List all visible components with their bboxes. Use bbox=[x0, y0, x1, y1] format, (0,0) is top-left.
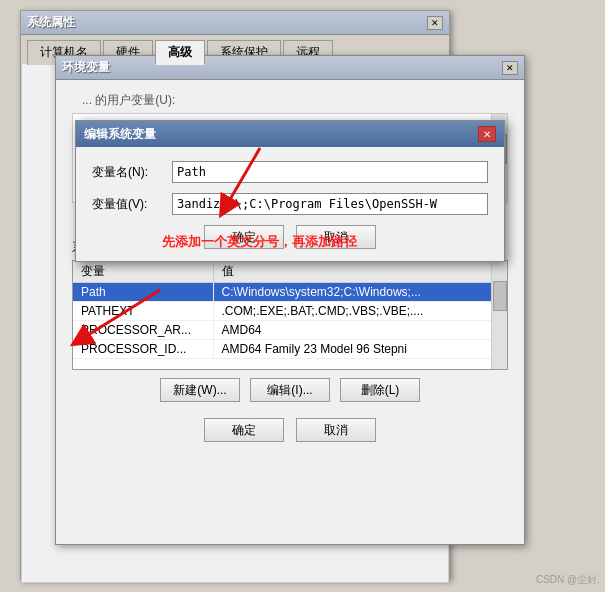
env-titlebar: 环境变量 ✕ bbox=[56, 56, 524, 80]
main-title: 系统属性 bbox=[27, 14, 75, 31]
tab-advanced[interactable]: 高级 bbox=[155, 40, 205, 65]
annotation-arrow-2 bbox=[60, 280, 180, 360]
cell-var-val: AMD64 bbox=[213, 321, 507, 340]
annotation-arrow bbox=[195, 138, 295, 228]
env-cancel-btn[interactable]: 取消 bbox=[296, 418, 376, 442]
env-confirm-btn[interactable]: 确定 bbox=[204, 418, 284, 442]
var-name-label: 变量名(N): bbox=[92, 164, 172, 181]
title-buttons: ✕ bbox=[427, 16, 443, 30]
cell-var-val: AMD64 Family 23 Model 96 Stepni bbox=[213, 340, 507, 359]
sys-edit-btn[interactable]: 编辑(I)... bbox=[250, 378, 330, 402]
cell-var-val: C:\Windows\system32;C:\Windows;... bbox=[213, 283, 507, 302]
annotation-text: 先添加一个英文分号，再添加路径 bbox=[162, 233, 357, 251]
user-var-header: ... 的用户变量(U): bbox=[66, 86, 514, 113]
edit-close-btn[interactable]: ✕ bbox=[478, 126, 496, 142]
close-icon[interactable]: ✕ bbox=[427, 16, 443, 30]
var-value-label: 变量值(V): bbox=[92, 196, 172, 213]
main-titlebar: 系统属性 ✕ bbox=[21, 11, 449, 35]
sys-new-btn[interactable]: 新建(W)... bbox=[160, 378, 240, 402]
edit-title: 编辑系统变量 bbox=[84, 126, 156, 143]
env-close-icon[interactable]: ✕ bbox=[502, 61, 518, 75]
sys-delete-btn[interactable]: 删除(L) bbox=[340, 378, 420, 402]
cell-var-val: .COM;.EXE;.BAT;.CMD;.VBS;.VBE;.... bbox=[213, 302, 507, 321]
watermark: CSDN @尘封. bbox=[536, 573, 600, 587]
env-title: 环境变量 bbox=[62, 59, 110, 76]
col-val: 值 bbox=[213, 261, 507, 283]
